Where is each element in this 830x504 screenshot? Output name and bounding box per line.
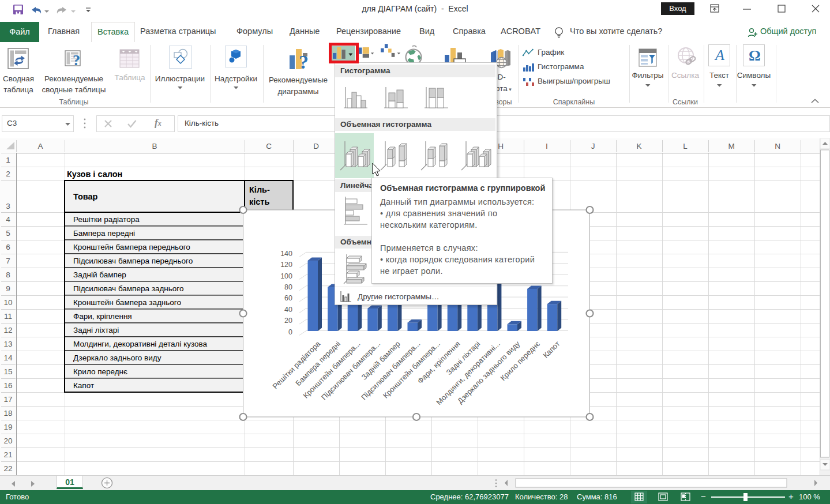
svg-text:17: 17 [3,395,12,404]
svg-text:A: A [714,47,724,63]
svg-text:K: K [636,142,641,151]
svg-text:22: 22 [3,464,12,473]
svg-text:Ω: Ω [749,47,761,64]
svg-text:7: 7 [6,257,10,265]
svg-text:Товар: Товар [73,192,98,201]
svg-text:Бампера передні: Бампера передні [73,229,135,238]
svg-text:40: 40 [284,306,292,314]
svg-text:18: 18 [3,409,12,418]
svg-text:C: C [266,142,272,151]
svg-text:A: A [37,142,43,151]
svg-text:Кузов і салон: Кузов і салон [67,170,122,179]
svg-text:?: ? [73,52,80,69]
svg-text:Крило переднє: Крило переднє [73,367,127,376]
svg-text:9: 9 [6,284,10,293]
svg-text:16: 16 [3,381,12,390]
svg-text:Задній бампер: Задній бампер [73,270,126,279]
svg-text:11: 11 [4,312,12,321]
svg-text:20: 20 [3,437,12,445]
svg-text:D: D [313,142,319,151]
svg-text:L: L [683,142,688,151]
svg-text:?: ? [299,51,309,72]
svg-text:12: 12 [3,326,12,334]
svg-text:Дзеркало заднього виду: Дзеркало заднього виду [73,353,162,362]
svg-text:Молдинги, декоративні деталі к: Молдинги, декоративні деталі кузова [73,340,208,348]
svg-text:2: 2 [6,170,10,178]
svg-text:19: 19 [3,423,12,431]
svg-text:N: N [775,142,780,151]
svg-text:80: 80 [284,283,292,291]
svg-text:60: 60 [284,294,292,302]
svg-text:Підсилювач бампера переднього: Підсилювач бампера переднього [73,257,193,265]
svg-text:Кронштейн бампера переднього: Кронштейн бампера переднього [73,243,190,251]
svg-text:H: H [498,142,504,151]
svg-text:Фари, кріплення: Фари, кріплення [73,312,132,321]
svg-text:100: 100 [280,272,292,280]
svg-text:B: B [152,142,157,151]
svg-text:8: 8 [6,270,10,279]
svg-text:140: 140 [280,250,292,258]
svg-text:120: 120 [280,261,292,269]
svg-text:5: 5 [6,229,10,238]
svg-text:6: 6 [6,243,10,251]
svg-text:Задні ліхтарі: Задні ліхтарі [73,326,119,334]
svg-text:1: 1 [6,156,10,164]
svg-text:14: 14 [3,353,13,362]
svg-text:15: 15 [3,367,12,376]
svg-text:I: I [546,142,548,151]
svg-text:0: 0 [288,328,292,336]
svg-text:10: 10 [3,298,12,307]
svg-text:Кіль-: Кіль- [249,185,270,194]
svg-text:21: 21 [3,450,12,459]
svg-text:20: 20 [284,317,292,325]
svg-text:3: 3 [6,202,10,210]
svg-text:4: 4 [6,215,10,224]
svg-text:J: J [591,142,595,151]
svg-text:Решітки радіатора: Решітки радіатора [73,215,140,224]
svg-text:M: M [728,142,734,151]
svg-text:Підсилювач бампера заднього: Підсилювач бампера заднього [73,284,183,293]
svg-text:13: 13 [3,340,12,348]
svg-text:Кронштейн бампера заднього: Кронштейн бампера заднього [73,298,181,307]
svg-text:Капот: Капот [73,381,94,390]
